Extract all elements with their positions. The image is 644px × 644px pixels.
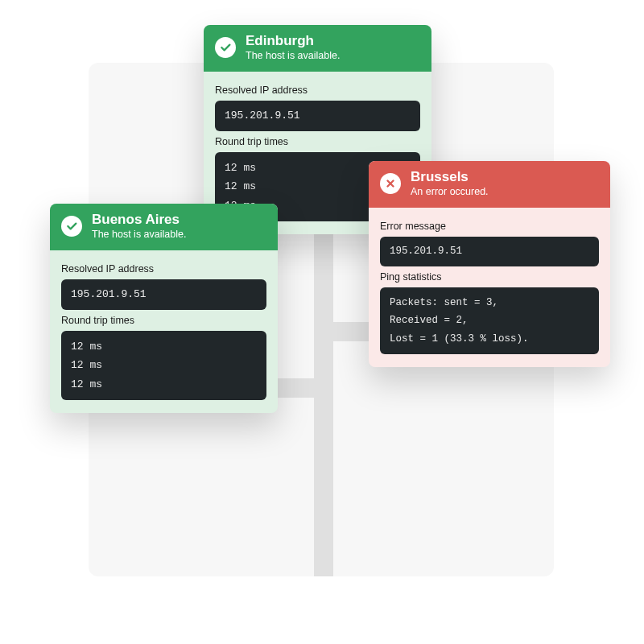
card-header: Buenos Aires The host is available. (50, 204, 278, 250)
card-subtitle: The host is available. (246, 50, 340, 62)
card-title: Buenos Aires (92, 212, 186, 228)
error-circle-icon (380, 173, 401, 194)
ip-value: 195.201.9.51 (215, 101, 420, 130)
section-label-rtt: Round trip times (215, 136, 420, 147)
ping-stats-values: Packets: sent = 3, Received = 2, Lost = … (380, 287, 599, 355)
card-subtitle: An error occured. (411, 186, 489, 198)
section-label-ip: Resolved IP address (61, 263, 266, 275)
card-header: Edinburgh The host is available. (204, 25, 431, 72)
section-label-error: Error message (380, 221, 599, 232)
card-header: Brussels An error occured. (369, 161, 610, 208)
check-circle-icon (215, 37, 236, 58)
card-title: Edinburgh (246, 33, 340, 49)
card-title: Brussels (411, 169, 489, 185)
section-label-ip: Resolved IP address (215, 85, 420, 96)
error-value: 195.201.9.51 (380, 237, 599, 266)
status-card-brussels: Brussels An error occured. Error message… (369, 161, 610, 367)
section-label-pingstats: Ping statistics (380, 271, 599, 283)
rtt-values: 12 ms 12 ms 12 ms (61, 331, 266, 400)
check-circle-icon (61, 216, 82, 237)
status-card-buenos-aires: Buenos Aires The host is available. Reso… (50, 204, 278, 413)
card-subtitle: The host is available. (92, 229, 186, 241)
ip-value: 195.201.9.51 (61, 279, 266, 309)
section-label-rtt: Round trip times (61, 315, 266, 326)
